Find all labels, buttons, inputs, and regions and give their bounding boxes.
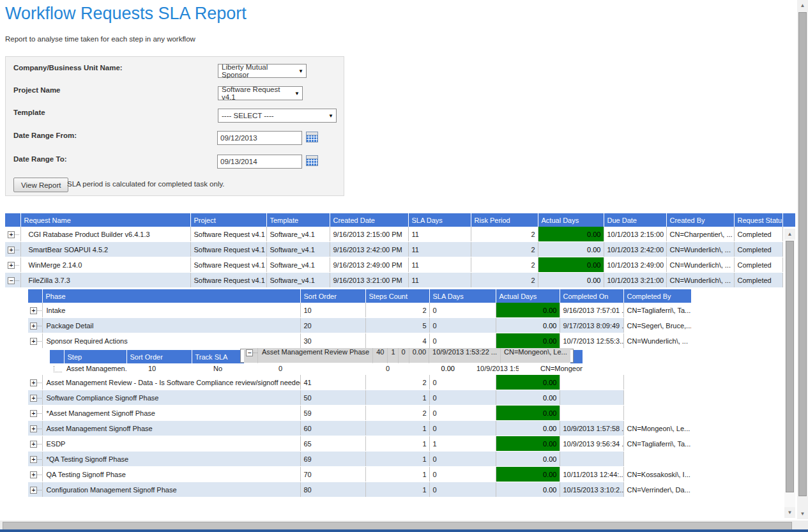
phase-row[interactable]: + Software Compliance Signoff Phase 50 1… <box>28 390 691 406</box>
expand-toggle-icon[interactable]: + <box>30 471 37 478</box>
project-cell: Software Request v4.1 <box>190 227 266 242</box>
steps-count-cell: 2 <box>365 303 429 318</box>
expand-toggle-icon[interactable]: + <box>30 323 37 330</box>
sla-days-cell: 1 <box>429 436 496 452</box>
expand-toggle-icon[interactable]: + <box>30 425 37 432</box>
column-header: SLA Days <box>429 289 496 303</box>
company-select-value: Liberty Mutual Sponsor <box>222 63 294 79</box>
tree-connector <box>37 475 42 475</box>
phase-row[interactable]: + Configuration Management Signoff Phase… <box>28 482 691 498</box>
actual-days-kpi-cell: 0.00 <box>538 242 604 257</box>
step-name-cell: Asset Managemen... <box>64 363 126 374</box>
phase-row[interactable]: − Asset Management Review Phase 40 1 0 0… <box>240 349 574 363</box>
completed-by-cell: CN=Mongeon\, Le... <box>623 421 691 436</box>
expander-column-header <box>5 213 20 227</box>
actual-days-kpi-cell: 0.00 <box>538 273 604 288</box>
date-from-input[interactable] <box>217 131 302 145</box>
page-vertical-scrollbar[interactable]: ▲ ▼ <box>797 0 808 519</box>
sort-order-cell: 41 <box>300 375 365 390</box>
expand-toggle-icon[interactable]: + <box>30 410 37 417</box>
track-sla-cell: No <box>192 363 257 374</box>
project-select[interactable]: Software Request v4.1 ▼ <box>218 86 303 100</box>
expand-toggle-icon[interactable]: + <box>30 338 37 345</box>
risk-period-cell: 2 <box>471 273 538 288</box>
risk-period-cell: 2 <box>471 257 538 273</box>
tree-connector <box>37 459 42 460</box>
bottom-accent-bar <box>0 529 808 532</box>
template-cell: Software_v4.1 <box>266 242 330 257</box>
column-header: Created Date <box>330 213 408 227</box>
expand-toggle-icon[interactable]: + <box>30 395 37 402</box>
column-header: Template <box>266 213 330 227</box>
expand-toggle-icon[interactable]: + <box>30 441 37 448</box>
column-header: Sort Order <box>300 289 365 303</box>
template-select[interactable]: ---- SELECT ---- ▼ <box>218 109 337 123</box>
template-cell: Software_v4.1 <box>266 227 330 242</box>
created-by-cell: CN=Charpentier\, ... <box>666 227 734 242</box>
request-row[interactable]: + WinMerge 2.14.0 Software Request v4.1 … <box>5 257 795 273</box>
scroll-down-icon[interactable]: ▼ <box>784 507 795 518</box>
phase-name-cell: Sponsor Required Actions <box>42 333 300 349</box>
completed-on-cell: 10/9/2013 1:53:22 ... <box>429 348 501 363</box>
expand-toggle-icon[interactable]: + <box>8 262 15 269</box>
scroll-up-icon[interactable]: ▲ <box>797 0 808 11</box>
expand-toggle-icon[interactable]: − <box>246 349 253 356</box>
expand-toggle-icon[interactable]: + <box>8 231 15 238</box>
page-scrollbar-thumb[interactable] <box>798 12 807 496</box>
company-select[interactable]: Liberty Mutual Sponsor ▼ <box>218 64 307 78</box>
tree-connector <box>37 429 42 429</box>
expand-toggle-icon[interactable]: + <box>30 307 37 314</box>
request-row[interactable]: + CGI Ratabase Product Builder v6.4.1.3 … <box>5 227 795 242</box>
phase-row[interactable]: + *QA Testing Signoff Phase 69 1 0 0.00 <box>28 452 691 467</box>
phase-name-cell: Software Compliance Signoff Phase <box>42 390 300 406</box>
steps-count-cell: 1 <box>388 348 398 363</box>
sort-order-cell: 30 <box>300 333 365 349</box>
scroll-down-icon[interactable]: ▼ <box>797 508 808 519</box>
calendar-icon[interactable] <box>306 155 318 166</box>
phase-name-cell: Package Detail <box>42 318 300 333</box>
sla-days-cell: 0 <box>429 318 496 333</box>
completed-on-cell: 9/17/2013 8:09:49 ... <box>560 318 623 333</box>
actual-days-kpi-cell: 0.00 <box>538 227 604 242</box>
phase-row[interactable]: + *Asset Management Signoff Phase 59 2 0… <box>28 406 691 421</box>
expand-toggle-icon[interactable]: + <box>30 487 37 494</box>
table-scrollbar-thumb[interactable] <box>786 241 794 492</box>
calendar-icon[interactable] <box>306 132 318 142</box>
expand-toggle-icon[interactable]: − <box>8 277 15 284</box>
completed-on-cell: 10/7/2013 12:55:3... <box>560 333 623 349</box>
phase-row[interactable]: + Asset Management Review - Data - Is So… <box>28 375 691 390</box>
request-table-header-row: Request Name Project Template Created Da… <box>5 213 795 227</box>
phase-row[interactable]: + Sponsor Required Actions 30 4 0 0.00 1… <box>28 333 691 349</box>
expand-toggle-icon[interactable]: + <box>8 247 15 254</box>
tree-connector <box>15 250 19 250</box>
sort-order-cell: 69 <box>300 452 365 467</box>
completed-by-cell: CN=Tagliaferri\, Ta... <box>623 436 691 452</box>
phase-name-cell: QA Testing Signoff Phase <box>42 467 300 482</box>
request-row[interactable]: + SmartBear SOAPUI 4.5.2 Software Reques… <box>5 242 795 257</box>
view-report-button[interactable]: View Report <box>13 178 68 192</box>
actual-days-kpi-cell: 0.00 <box>496 406 560 421</box>
phase-row[interactable]: + QA Testing Signoff Phase 70 1 0 0.00 1… <box>28 467 691 482</box>
due-date-cell: 10/1/2013 3:21:00 ... <box>604 273 666 288</box>
date-to-input[interactable] <box>217 155 302 169</box>
sla-days-cell: 11 <box>408 227 471 242</box>
scroll-up-icon[interactable]: ▲ <box>784 229 795 239</box>
column-header: Due Date <box>604 213 666 227</box>
request-row[interactable]: − FileZilla 3.7.3 Software Request v4.1 … <box>5 273 795 288</box>
phase-row[interactable]: + Package Detail 20 5 0 0.00 9/17/2013 8… <box>28 318 691 333</box>
expand-toggle-icon[interactable]: + <box>30 456 37 463</box>
expand-toggle-icon[interactable]: + <box>30 379 37 386</box>
request-status-cell: Completed <box>734 242 782 257</box>
phase-row[interactable]: + Intake 10 2 0 0.00 9/16/2013 7:57:01 .… <box>28 303 691 318</box>
table-vertical-scrollbar[interactable]: ▲ ▼ <box>784 229 795 518</box>
actual-days-kpi-cell: 0.00 <box>496 390 560 406</box>
date-from-label: Date Range From: <box>13 132 77 139</box>
phase-row[interactable]: + ESDP 65 1 1 0.00 10/9/2013 9:56:34 ...… <box>28 436 691 452</box>
completed-on-cell: 10/11/2013 12:44:... <box>560 467 623 482</box>
phase-name-cell: Intake <box>42 303 300 318</box>
completed-by-cell <box>623 406 691 421</box>
step-row[interactable]: Asset Managemen... 10 No 0 0 0.00 10/9/2… <box>50 363 583 374</box>
request-name-cell: CGI Ratabase Product Builder v6.4.1.3 <box>20 227 190 242</box>
phase-row[interactable]: + Asset Management Signoff Phase 60 1 0 … <box>28 421 691 436</box>
created-by-cell: CN=Wunderlich\, ... <box>666 273 734 288</box>
